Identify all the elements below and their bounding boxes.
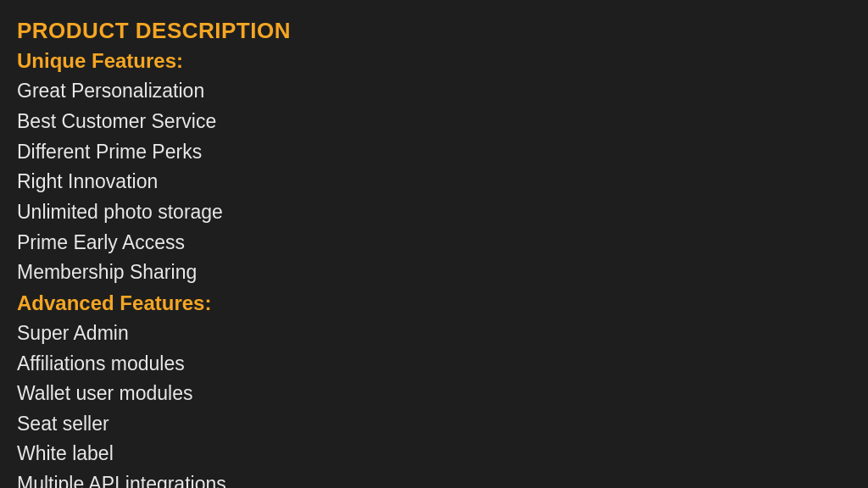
unique-features-heading: Unique Features: [17,46,291,76]
unique-feature-item-5: Unlimited photo storage [17,197,291,228]
advanced-feature-item-4: Seat seller [17,409,291,440]
unique-feature-item-2: Best Customer Service [17,107,291,137]
unique-feature-item-4: Right Innovation [17,167,291,197]
advanced-feature-item-1: Super Admin [17,319,291,349]
unique-feature-item-7: Membership Sharing [17,258,291,288]
advanced-features-heading: Advanced Features: [17,288,291,319]
advanced-feature-item-5: White label [17,439,291,469]
advanced-feature-item-6: Multiple API integrations [17,469,291,488]
advanced-feature-item-3: Wallet user modules [17,379,291,409]
unique-feature-item-1: Great Personalization [17,76,291,107]
unique-feature-item-6: Prime Early Access [17,228,291,258]
advanced-feature-item-2: Affiliations modules [17,349,291,380]
main-title: PRODUCT DESCRIPTION [17,15,291,46]
product-description-container: PRODUCT DESCRIPTION Unique Features: Gre… [17,15,291,488]
unique-feature-item-3: Different Prime Perks [17,137,291,168]
